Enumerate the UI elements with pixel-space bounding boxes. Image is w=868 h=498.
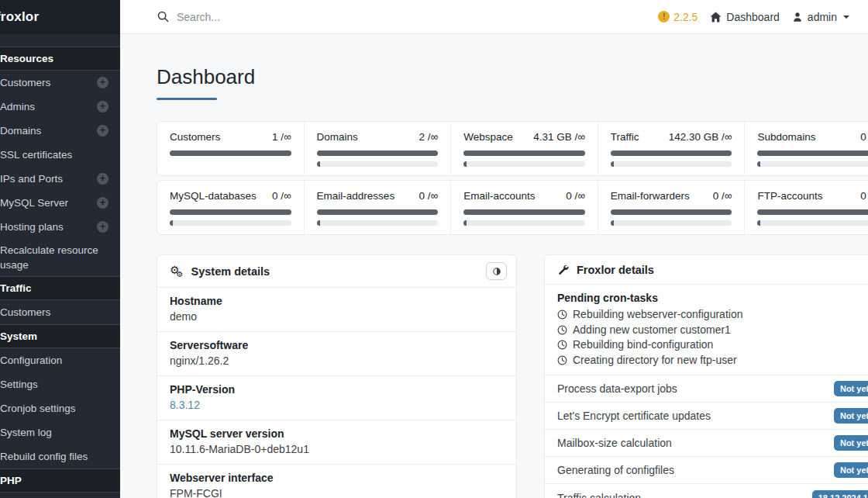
nav-dashboard-link[interactable]: Dashboard [710,11,780,23]
froxlor-logo[interactable]: froxlor [0,0,120,34]
sidebar-item-admins[interactable]: Admins+ [0,95,120,119]
version-indicator[interactable]: ! 2.2.5 [658,11,698,23]
row-value: 10.11.6-MariaDB-0+deb12u1 [170,442,504,456]
clock-icon [557,340,567,350]
stat-label: Email-addresses [317,190,395,202]
php-version-link[interactable]: 8.3.12 [170,398,504,412]
usage-bar [757,220,868,226]
search-input[interactable] [177,11,409,23]
stat-label: FTP-accounts [757,190,822,202]
limit-bar [757,150,868,156]
stat-label: Webspace [463,131,513,143]
sidebar-item-cronjob-settings[interactable]: Cronjob settings [0,396,120,420]
nav-dashboard-label: Dashboard [726,11,780,23]
status-badge: Not yet run [834,408,868,424]
limit-bar [757,209,868,215]
resource-stats: Customers1 /∞ Domains2 /∞ Webspace4.31 G… [157,121,868,235]
limit-bar [170,150,291,156]
sidebar-item-customers[interactable]: Customers+ [0,71,120,95]
stat-ftp-accounts: FTP-accounts0 /∞ [745,181,868,234]
stat-value: 4.31 GB /∞ [527,131,585,143]
wrench-icon [557,264,569,275]
usage-bar [463,220,585,226]
sidebar-item-domains[interactable]: Domains+ [0,119,120,143]
stat-email-forwarders: Email-forwarders0 /∞ [598,181,746,234]
usage-bar [611,161,732,167]
sidebar: froxlor Resources Customers+ Admins+ Dom… [0,0,120,498]
sidebar-item-ssl-certificates[interactable]: SSL certificates [0,143,120,167]
sidebar-nav: Resources Customers+ Admins+ Domains+ SS… [0,34,120,493]
plus-icon[interactable]: + [97,173,108,185]
search-icon [157,11,169,22]
timestamp-badge: 18.12.2024 19:00 [812,490,868,498]
status-badge: Not yet run [834,381,868,396]
stat-value: 0 /∞ [854,131,868,143]
stats-row-2: MySQL-databases0 /∞ Email-addresses0 /∞ … [157,180,868,235]
usage-bar [317,220,439,226]
plus-icon[interactable]: + [97,101,108,112]
plus-icon[interactable]: + [97,221,108,233]
cron-job-row: Process data-export jobs Not yet run [545,375,868,403]
limit-bar [170,209,291,215]
system-row-serversoftware: Serversoftware nginx/1.26.2 [157,332,516,376]
row-label: Serversoftware [170,338,504,352]
stat-value: 2 /∞ [413,131,439,143]
limit-bar [317,209,439,215]
status-badge: Not yet run [834,435,868,451]
plus-icon[interactable]: + [97,77,108,88]
sidebar-item-traffic[interactable]: Traffic [0,276,120,300]
row-label: Hostname [170,294,504,308]
sidebar-item-ips-and-ports[interactable]: IPs and Ports+ [0,167,120,191]
stat-label: Domains [317,131,358,143]
cron-job-row: Traffic calculation 18.12.2024 19:00 [545,484,868,498]
stat-label: MySQL-databases [170,190,257,202]
version-label: 2.2.5 [673,11,698,23]
user-menu[interactable]: admin [792,11,849,23]
sidebar-item-hosting-plans[interactable]: Hosting plans+ [0,215,120,239]
sidebar-item-settings[interactable]: Settings [0,372,120,396]
user-icon [792,12,803,22]
stat-value: 0 /∞ [413,190,439,202]
plus-icon[interactable]: + [97,197,108,209]
user-label: admin [808,11,837,23]
sidebar-item-resources[interactable]: Resources [0,47,120,71]
stat-label: Email-forwarders [611,190,690,202]
sidebar-item-traffic-customers[interactable]: Customers [0,300,120,324]
usage-bar [757,161,868,167]
system-row-webserver-interface: Webserver interface FPM-FCGI [157,465,516,498]
sidebar-item-php[interactable]: PHP [0,469,120,493]
sidebar-item-rebuild-config-files[interactable]: Rebuild config files [0,444,120,469]
limit-bar [463,150,585,156]
page-title: Dashboard [157,65,868,89]
system-row-mysql-version: MySQL server version 10.11.6-MariaDB-0+d… [157,420,516,465]
card-toggle-button[interactable] [486,262,507,280]
cron-job-row: Mailbox-size calculation Not yet run [545,430,868,457]
cron-job-row: Generating of configfiles Not yet run [545,457,868,484]
sidebar-item-mysql-server[interactable]: MySQL Server+ [0,191,120,215]
stat-customers: Customers1 /∞ [157,122,305,175]
system-row-hostname: Hostname demo [157,288,516,332]
row-label: MySQL server version [170,427,504,441]
system-details-title: System details [191,265,270,278]
usage-bar [170,220,291,226]
stat-value: 1 /∞ [266,131,291,143]
job-label: Process data-export jobs [557,382,677,395]
stat-value: 0 /∞ [707,190,732,202]
sidebar-item-system[interactable]: System [0,324,120,348]
stat-label: Traffic [611,131,639,143]
row-label: Webserver interface [170,471,504,485]
sidebar-item-configuration[interactable]: Configuration [0,348,120,372]
job-label: Mailbox-size calculation [557,437,672,449]
job-label: Generating of configfiles [557,464,674,476]
chevron-down-icon [843,16,849,19]
froxlor-details-title: Froxlor details [577,264,654,276]
gears-icon: ⚙⚙ [170,265,184,275]
stat-value: 0 /∞ [266,190,291,202]
stats-row-1: Customers1 /∞ Domains2 /∞ Webspace4.31 G… [157,121,868,176]
plus-icon[interactable]: + [97,125,108,137]
sidebar-item-system-log[interactable]: System log [0,420,120,444]
stat-value: 0 /∞ [854,190,868,202]
sidebar-item-recalculate-resource-usage[interactable]: Recalculate resource usage [0,239,120,276]
row-label: PHP-Version [170,382,504,396]
stat-domains: Domains2 /∞ [305,122,452,175]
